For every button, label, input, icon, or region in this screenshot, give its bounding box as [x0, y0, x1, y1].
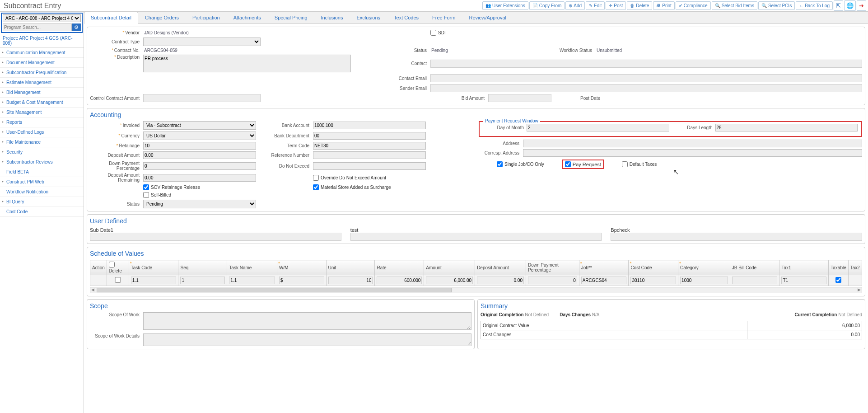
sov-taskcode[interactable] — [131, 277, 177, 284]
nav-estimate[interactable]: Estimate Management — [0, 78, 84, 88]
tab-text-codes[interactable]: Text Codes — [387, 12, 425, 23]
tab-participation[interactable]: Participation — [186, 12, 227, 23]
nav-communication[interactable]: Communication Management — [0, 48, 84, 58]
program-search-input[interactable] — [3, 23, 72, 31]
sov-wm[interactable] — [279, 277, 324, 284]
sov-h-wm[interactable]: *W/M — [277, 260, 326, 275]
sov-tax1[interactable] — [781, 277, 826, 284]
sov-h-job[interactable]: *Job** — [579, 260, 629, 275]
sov-h-rate[interactable]: Rate — [375, 260, 424, 275]
sov-h-depositamt[interactable]: Deposit Amount — [475, 260, 526, 275]
external-link-button[interactable]: ⇱ — [834, 0, 843, 11]
days-length-input[interactable] — [715, 124, 858, 131]
bank-dept-input[interactable] — [313, 132, 426, 140]
retainage-input[interactable] — [143, 142, 256, 150]
nav-bi-query[interactable]: BI Query — [0, 197, 84, 207]
sov-h-jbbill[interactable]: JB Bill Code — [730, 260, 779, 275]
print-button[interactable]: 🖶Print — [653, 1, 675, 10]
sov-h-delete[interactable]: Delete — [107, 260, 129, 275]
sov-amount[interactable] — [426, 277, 473, 284]
delete-button[interactable]: 🗑Delete — [627, 1, 652, 10]
sov-taskname[interactable] — [229, 277, 275, 284]
nav-workflow-notification[interactable]: Workflow Notification — [0, 187, 84, 197]
sov-h-costcode[interactable]: *Cost Code — [629, 260, 678, 275]
nav-construct-pm-web[interactable]: Construct PM Web — [0, 177, 84, 187]
ud-input-3[interactable] — [611, 233, 862, 241]
ud-input-2[interactable] — [350, 233, 602, 241]
sov-h-action[interactable]: Action — [90, 260, 107, 275]
term-code-input[interactable] — [313, 142, 426, 150]
tab-exclusions[interactable]: Exclusions — [350, 12, 387, 23]
description-textarea[interactable]: PR process — [143, 55, 351, 72]
sov-row[interactable] — [90, 275, 862, 286]
sov-jbbill[interactable] — [732, 277, 778, 284]
project-select[interactable]: ARC - ARC-008 - ARC Project 4 GCS — [3, 14, 81, 22]
sov-h-taskname[interactable]: Task Name — [227, 260, 277, 275]
select-pcis-button[interactable]: 🔍Select PCIs — [758, 1, 795, 10]
sov-h-seq[interactable]: Seq — [178, 260, 227, 275]
sov-category[interactable] — [680, 277, 728, 284]
sov-depositamt[interactable] — [477, 277, 524, 284]
sov-h-taxable[interactable]: Taxable — [829, 260, 848, 275]
nav-field-beta[interactable]: Field BETA — [0, 167, 84, 177]
nav-document[interactable]: Document Management — [0, 58, 84, 68]
dne-input[interactable] — [313, 162, 426, 170]
control-amount-input[interactable] — [143, 94, 261, 102]
scope-of-work-textarea[interactable] — [143, 312, 471, 330]
nav-subcontractor-reviews[interactable]: Subcontractor Reviews — [0, 157, 84, 167]
tab-attachments[interactable]: Attachments — [227, 12, 268, 23]
bid-amount-input[interactable] — [488, 94, 551, 102]
sov-scrollbar[interactable] — [90, 287, 862, 293]
acc-status-select[interactable]: Pending — [143, 200, 256, 208]
single-job-checkbox[interactable] — [497, 161, 503, 167]
sov-unit[interactable] — [328, 277, 373, 284]
sov-h-category[interactable]: *Category — [678, 260, 730, 275]
scope-details-textarea[interactable] — [143, 333, 471, 346]
exit-button[interactable]: ➜ — [857, 0, 866, 11]
sov-retainage-checkbox[interactable] — [143, 184, 149, 190]
nav-cost-code[interactable]: Cost Code — [0, 207, 84, 217]
tab-change-orders[interactable]: Change Orders — [138, 12, 186, 23]
nav-reports[interactable]: Reports — [0, 117, 84, 127]
address-input[interactable] — [523, 140, 862, 147]
sov-h-downpct[interactable]: Down Payment Percentage — [526, 260, 579, 275]
nav-file-maintenance[interactable]: File Maintenance — [0, 137, 84, 147]
user-extensions-button[interactable]: 👥User Extensions — [482, 1, 528, 10]
tab-review-approval[interactable]: Review/Approval — [462, 12, 513, 23]
back-to-log-button[interactable]: ←Back To Log — [796, 1, 833, 10]
sov-costcode[interactable] — [630, 277, 676, 284]
corresp-address-input[interactable] — [523, 149, 862, 157]
down-pct-input[interactable] — [143, 162, 256, 170]
sov-delete-all[interactable] — [109, 262, 115, 268]
contract-type-select[interactable] — [143, 38, 261, 46]
sdi-checkbox[interactable] — [430, 30, 436, 36]
material-store-checkbox[interactable] — [313, 184, 319, 190]
sov-row-delete[interactable] — [109, 277, 127, 283]
day-of-month-input[interactable] — [527, 124, 669, 131]
sov-rate[interactable] — [377, 277, 422, 284]
search-settings-button[interactable]: ⚙ — [72, 23, 81, 31]
edit-button[interactable]: ✎Edit — [586, 1, 605, 10]
sov-downpct[interactable] — [528, 277, 577, 284]
contact-input[interactable] — [430, 60, 862, 68]
tab-special-pricing[interactable]: Special Pricing — [268, 12, 314, 23]
nav-user-defined-logs[interactable]: User-Defined Logs — [0, 127, 84, 137]
invoiced-select[interactable]: Via - Subcontract — [143, 121, 256, 130]
nav-subcontractor-prequal[interactable]: Subcontractor Prequalification — [0, 68, 84, 78]
tab-subcontract-detail[interactable]: Subcontract Detail — [84, 12, 138, 24]
sov-h-tax2[interactable]: Tax2 — [848, 260, 862, 275]
copy-from-button[interactable]: 📄Copy From — [529, 1, 565, 10]
compliance-button[interactable]: ✔Compliance — [676, 1, 711, 10]
sov-job[interactable] — [581, 277, 627, 284]
sov-h-taskcode[interactable]: *Task Code — [129, 260, 178, 275]
contact-email-input[interactable] — [430, 74, 862, 82]
currency-select[interactable]: US Dollar — [143, 131, 256, 140]
sender-email-input[interactable] — [430, 84, 862, 92]
add-button[interactable]: ⊕Add — [565, 1, 585, 10]
self-billed-checkbox[interactable] — [143, 192, 149, 198]
sov-h-amount[interactable]: Amount — [424, 260, 475, 275]
deposit-amount-input[interactable] — [143, 151, 256, 159]
deposit-remaining-input[interactable] — [143, 174, 256, 182]
tab-free-form[interactable]: Free Form — [425, 12, 462, 23]
nav-site[interactable]: Site Management — [0, 108, 84, 117]
